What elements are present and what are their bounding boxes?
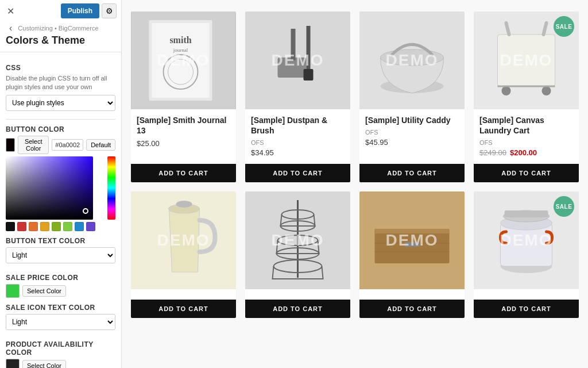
settings-button[interactable]: ⚙ [102,3,117,18]
swatch-red[interactable] [17,222,26,231]
product-price-sale-4: $200.00 [510,148,537,157]
product-price-3: $45.95 [365,138,459,147]
product-availability-color-label: Product Availability Color [6,340,115,356]
product-card-4: DEMO SALE [Sample] Canvas Laundry Cart O… [474,12,579,182]
close-button[interactable]: ✕ [5,5,17,18]
product-ofs-2: OFS [251,139,345,146]
add-to-cart-8[interactable]: ADD TO CART [474,300,579,318]
product-name-1: [Sample] Smith Journal 13 [137,115,230,136]
back-button[interactable]: ‹ [6,22,16,34]
svg-rect-10 [307,26,311,72]
product-name-3: [Sample] Utility Caddy [365,115,459,125]
product-info-5 [131,289,236,300]
svg-rect-32 [375,229,450,233]
sale-price-swatch[interactable] [6,284,20,298]
css-section-desc: Disable the plugin CSS to turn off all p… [6,74,115,92]
select-color-button[interactable]: Select Color [18,136,49,154]
add-to-cart-2[interactable]: ADD TO CART [245,164,350,182]
svg-point-14 [381,49,444,66]
button-color-row: Select Color #0a0002 Default [6,136,115,154]
product-card-7: DEMO ADD TO CART [359,191,465,318]
swatch-olive[interactable] [52,222,61,231]
svg-point-18 [542,86,551,95]
product-ofs-4: OFS [479,139,573,146]
svg-text:smith: smith [169,35,191,45]
sidebar-body: CSS Disable the plugin CSS to turn off a… [0,52,121,368]
product-price-2: $34.95 [251,148,345,157]
swatch-black[interactable] [6,222,15,231]
sale-price-color-row: Select Color [6,284,115,298]
page-title: Colors & Theme [6,34,115,47]
swatch-green[interactable] [63,222,72,231]
svg-rect-8 [278,57,307,78]
product-image-5: DEMO [131,191,236,289]
product-info-7 [359,289,465,300]
svg-rect-35 [405,242,420,247]
product-info-1: [Sample] Smith Journal 13 $25.00 [131,109,236,164]
button-text-color-label: Button Text Color [6,237,115,245]
default-button[interactable]: Default [86,139,115,151]
css-section-label: CSS [6,64,115,72]
product-name-4: [Sample] Canvas Laundry Cart [479,115,573,136]
product-grid: smith journal DEMO [Sample] Smith Journa… [131,12,579,318]
sale-price-select-button[interactable]: Select Color [22,285,66,297]
product-availability-select-button[interactable]: Select Color [22,360,66,368]
product-info-4: [Sample] Canvas Laundry Cart OFS $249.00… [474,109,579,164]
svg-text:journal: journal [173,47,188,53]
sidebar: ✕ Publish ⚙ ‹ Customizing • BigCommerce … [0,0,122,368]
swatch-purple[interactable] [86,222,95,231]
color-swatches-row [6,222,115,231]
css-plugin-select[interactable]: Use plugin styles Disable plugin styles [6,95,115,111]
sale-icon-text-color-label: Sale Icon Text Color [6,304,115,312]
add-to-cart-6[interactable]: ADD TO CART [245,300,350,318]
product-image-2: DEMO [245,12,350,109]
product-availability-swatch[interactable] [6,359,20,368]
add-to-cart-5[interactable]: ADD TO CART [131,300,236,318]
button-color-swatch[interactable] [6,138,15,152]
sale-icon-text-color-select[interactable]: Light Dark [6,314,115,330]
breadcrumb-area: ‹ Customizing • BigCommerce Colors & The… [0,18,121,52]
add-to-cart-1[interactable]: ADD TO CART [131,164,236,182]
sale-badge-4: SALE [554,16,574,37]
product-card-2: DEMO [Sample] Dustpan & Brush OFS $34.95… [245,12,350,182]
breadcrumb: Customizing • BigCommerce [18,25,98,32]
main-content: smith journal DEMO [Sample] Smith Journa… [122,0,588,368]
product-card-1: smith journal DEMO [Sample] Smith Journa… [131,12,236,182]
product-image-3: DEMO [359,12,465,109]
svg-rect-9 [291,29,296,60]
product-name-2: [Sample] Dustpan & Brush [251,115,345,136]
swatch-yellow[interactable] [40,222,49,231]
hue-bar[interactable] [107,156,115,220]
add-to-cart-3[interactable]: ADD TO CART [359,164,465,182]
swatch-orange[interactable] [29,222,38,231]
svg-rect-2 [152,23,210,98]
svg-point-17 [502,86,511,95]
product-image-8: DEMO SALE [474,191,579,289]
product-card-8: DEMO SALE ADD TO CART [474,191,579,318]
product-image-7: DEMO [359,191,465,289]
add-to-cart-4[interactable]: ADD TO CART [474,164,579,182]
sale-price-color-label: Sale Price Color [6,274,115,282]
product-image-4: DEMO SALE [474,12,579,109]
product-card-6: DEMO ADD TO CART [245,191,350,318]
add-to-cart-7[interactable]: ADD TO CART [359,300,465,318]
svg-rect-16 [498,34,555,86]
product-info-6 [245,289,350,300]
product-image-6: DEMO [245,191,350,289]
gradient-handle[interactable] [83,208,88,214]
product-price-original-4: $249.00 [479,148,506,157]
swatch-blue[interactable] [75,222,84,231]
svg-point-22 [176,201,192,208]
color-gradient[interactable] [6,156,93,220]
svg-rect-41 [505,210,548,217]
publish-button[interactable]: Publish [61,3,99,18]
sidebar-topbar: ✕ Publish ⚙ [0,0,121,18]
product-image-1: smith journal DEMO [131,12,236,109]
product-info-2: [Sample] Dustpan & Brush OFS $34.95 [245,109,350,164]
button-text-color-select[interactable]: Light Dark [6,247,115,263]
color-picker [6,156,115,231]
product-card-3: DEMO [Sample] Utility Caddy OFS $45.95 A… [359,12,465,182]
product-info-8 [474,289,579,300]
product-price-1: $25.00 [137,139,230,148]
product-card-5: DEMO ADD TO CART [131,191,236,318]
